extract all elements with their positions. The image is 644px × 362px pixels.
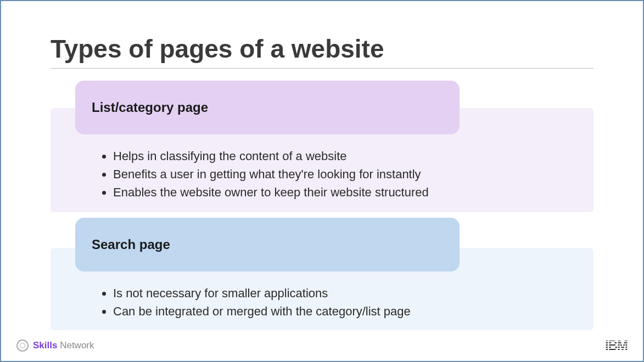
brand-light: Network bbox=[60, 340, 94, 350]
bullet-item: Is not necessary for smaller application… bbox=[113, 285, 577, 302]
bullet-item: Enables the website owner to keep their … bbox=[113, 184, 577, 201]
card-heading-text: Search page bbox=[92, 237, 170, 252]
card-header-search: Search page bbox=[75, 218, 460, 272]
bullet-item: Benefits a user in getting what they're … bbox=[113, 166, 577, 183]
brand-left: Skills Network bbox=[16, 340, 94, 352]
bullet-item: Can be integrated or merged with the cat… bbox=[113, 303, 577, 320]
footer: Skills Network IBM bbox=[16, 338, 628, 353]
ibm-logo: IBM bbox=[605, 338, 628, 353]
skills-network-icon bbox=[16, 340, 29, 352]
bullet-list-list-category: Helps in classifying the content of a we… bbox=[100, 148, 577, 202]
brand-bold: Skills bbox=[33, 340, 57, 350]
bullet-list-search: Is not necessary for smaller application… bbox=[100, 285, 577, 321]
slide: Types of pages of a website List/categor… bbox=[1, 1, 643, 361]
brand-text: Skills Network bbox=[33, 340, 94, 351]
card-heading-text: List/category page bbox=[92, 100, 208, 115]
bullet-item: Helps in classifying the content of a we… bbox=[113, 148, 577, 165]
card-header-list-category: List/category page bbox=[75, 81, 460, 134]
slide-title: Types of pages of a website bbox=[51, 34, 593, 69]
